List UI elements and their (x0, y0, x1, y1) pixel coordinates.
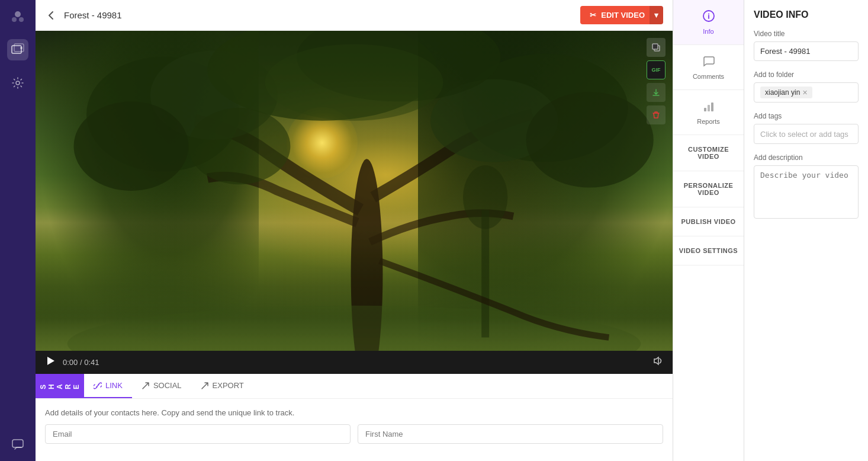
forest-svg (36, 31, 673, 351)
video-overlay-icons: GIF (647, 38, 666, 124)
share-section: SHARE LINK SOCIAL (36, 374, 673, 461)
svg-rect-28 (708, 105, 710, 111)
tab-social-label: SOCIAL (153, 381, 182, 390)
comments-icon (702, 55, 715, 71)
svg-rect-7 (12, 440, 23, 447)
add-to-folder-label: Add to folder (754, 71, 859, 79)
video-title: Forest - 49981 (64, 10, 122, 20)
customize-label: CUSTOMIZE VIDEO (678, 146, 739, 160)
svg-marker-24 (47, 357, 54, 365)
svg-point-2 (19, 17, 24, 22)
tags-placeholder: Click to select or add tags (760, 130, 848, 139)
svg-point-18 (265, 44, 443, 121)
info-icon (702, 9, 715, 25)
topbar: Forest - 49981 ✂ EDIT VIDEO ▾ (36, 0, 673, 31)
tab-export[interactable]: EXPORT (191, 374, 253, 398)
svg-point-0 (15, 11, 21, 17)
add-description-group: Add description (754, 153, 859, 221)
description-textarea[interactable] (754, 165, 859, 219)
share-tabs: LINK SOCIAL EXPORT (84, 374, 253, 398)
tab-link[interactable]: LINK (84, 374, 132, 398)
share-tab-bar: SHARE LINK SOCIAL (36, 374, 673, 399)
svg-point-1 (12, 17, 17, 22)
video-info-panel: Info Comments Reports CUSTOMIZE VIDEO (673, 0, 868, 461)
svg-rect-3 (12, 46, 21, 53)
video-title-group: Video title (754, 30, 859, 61)
video-library-icon[interactable] (7, 39, 28, 60)
folder-tag: xiaojian yin × (760, 87, 812, 98)
delete-overlay-button[interactable] (647, 105, 666, 124)
panel-nav-item-personalize[interactable]: PERSONALIZE VIDEO (673, 171, 744, 207)
time-display: 0:00 / 0:41 (63, 358, 99, 367)
chat-icon[interactable] (7, 434, 28, 455)
share-content: Add details of your contacts here. Copy … (36, 399, 673, 461)
video-title-input[interactable] (754, 41, 859, 61)
svg-point-12 (188, 108, 290, 184)
add-description-label: Add description (754, 153, 859, 162)
folder-tag-text: xiaojian yin (765, 88, 800, 97)
svg-point-15 (526, 92, 654, 187)
panel-nav-item-comments[interactable]: Comments (673, 45, 744, 90)
settings-label: VIDEO SETTINGS (679, 247, 738, 254)
publish-label: PUBLISH VIDEO (681, 218, 735, 225)
settings-icon[interactable] (7, 72, 28, 94)
reports-nav-label: Reports (697, 118, 720, 125)
tags-input[interactable]: Click to select or add tags (754, 124, 859, 144)
tab-export-label: EXPORT (213, 381, 244, 390)
video-container: GIF 0:00 / 0:41 (36, 31, 673, 374)
svg-point-6 (16, 81, 20, 85)
panel-nav-item-settings[interactable]: VIDEO SETTINGS (673, 236, 744, 265)
contact-inputs (45, 424, 663, 444)
first-name-input[interactable] (358, 424, 663, 444)
comments-nav-label: Comments (693, 73, 724, 80)
panel-nav-item-reports[interactable]: Reports (673, 90, 744, 135)
video-controls: 0:00 / 0:41 (36, 351, 673, 374)
svg-point-5 (20, 47, 22, 49)
copy-overlay-button[interactable] (647, 38, 666, 57)
download-overlay-button[interactable] (647, 83, 666, 102)
svg-point-21 (463, 165, 507, 229)
dropdown-arrow-icon[interactable]: ▾ (650, 6, 663, 24)
svg-rect-27 (704, 108, 706, 111)
panel-nav-item-publish[interactable]: PUBLISH VIDEO (673, 207, 744, 236)
add-to-folder-group: Add to folder xiaojian yin × (754, 71, 859, 103)
panel-nav: Info Comments Reports CUSTOMIZE VIDEO (673, 0, 744, 461)
svg-point-11 (74, 101, 189, 191)
panel-nav-item-customize[interactable]: CUSTOMIZE VIDEO (673, 135, 744, 171)
tab-link-label: LINK (105, 381, 123, 390)
info-nav-label: Info (703, 28, 713, 35)
share-label: SHARE (36, 374, 84, 398)
main-content: Forest - 49981 ✂ EDIT VIDEO ▾ (36, 0, 673, 461)
volume-button[interactable] (652, 356, 663, 369)
gif-overlay-button[interactable]: GIF (647, 60, 666, 79)
svg-rect-23 (652, 44, 658, 49)
edit-video-button[interactable]: ✂ EDIT VIDEO ▾ (580, 6, 663, 24)
back-button[interactable] (45, 9, 57, 21)
folder-tag-close-button[interactable]: × (802, 88, 807, 97)
play-button[interactable] (45, 356, 56, 369)
folder-input-area[interactable]: xiaojian yin × (754, 82, 859, 103)
video-player[interactable]: GIF (36, 31, 673, 351)
add-tags-group: Add tags Click to select or add tags (754, 112, 859, 144)
tab-social[interactable]: SOCIAL (132, 374, 191, 398)
svg-rect-29 (711, 103, 713, 111)
video-title-label: Video title (754, 30, 859, 38)
panel-nav-item-info[interactable]: Info (673, 0, 744, 45)
edit-icon: ✂ (590, 11, 596, 20)
main-sidebar (0, 0, 36, 461)
video-info-title: VIDEO INFO (754, 9, 859, 20)
reports-icon (702, 100, 715, 116)
add-tags-label: Add tags (754, 112, 859, 120)
email-input[interactable] (45, 424, 351, 444)
personalize-label: PERSONALIZE VIDEO (678, 182, 739, 196)
logo-icon[interactable] (7, 6, 28, 27)
share-description: Add details of your contacts here. Copy … (45, 408, 663, 417)
svg-point-26 (708, 14, 709, 15)
info-form: VIDEO INFO Video title Add to folder xia… (744, 0, 868, 461)
share-area: SHARE LINK SOCIAL (36, 374, 673, 461)
